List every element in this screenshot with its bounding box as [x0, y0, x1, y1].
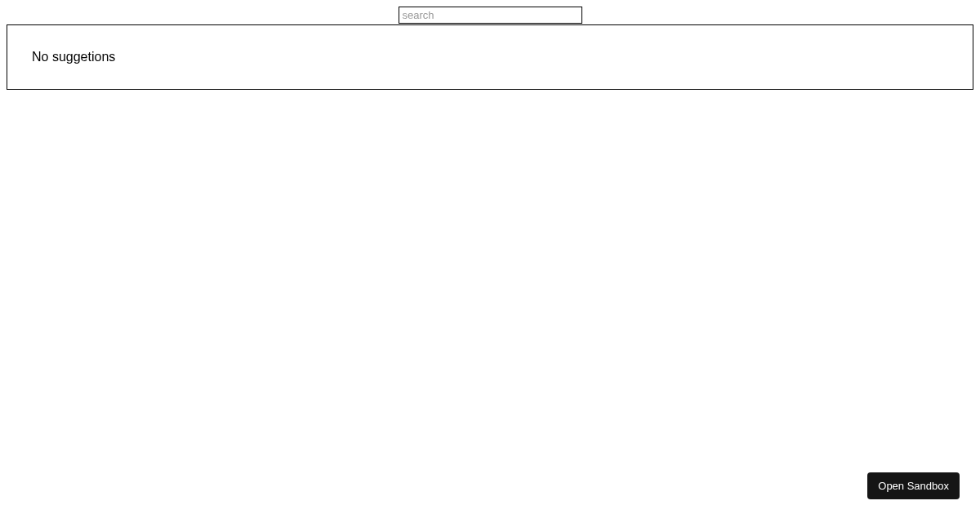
suggestions-panel: No suggetions: [7, 24, 973, 90]
open-sandbox-button[interactable]: Open Sandbox: [867, 472, 960, 499]
search-input[interactable]: [399, 7, 582, 24]
search-container: [0, 0, 980, 24]
no-suggestions-message: No suggetions: [32, 50, 948, 64]
